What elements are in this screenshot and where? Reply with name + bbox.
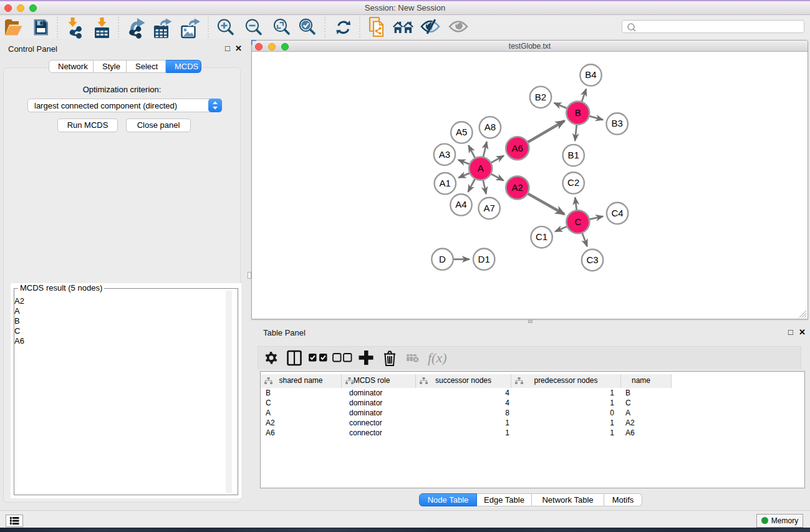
svg-text:A2: A2 xyxy=(512,182,523,193)
svg-text:A5: A5 xyxy=(456,127,467,137)
svg-text:C4: C4 xyxy=(612,208,624,218)
svg-text:D: D xyxy=(439,254,446,264)
svg-text:C3: C3 xyxy=(586,254,598,265)
svg-text:A4: A4 xyxy=(455,199,466,210)
svg-text:B: B xyxy=(575,107,581,118)
svg-text:B1: B1 xyxy=(568,150,579,160)
svg-text:C: C xyxy=(574,216,581,227)
svg-text:B2: B2 xyxy=(535,92,546,102)
svg-text:A8: A8 xyxy=(485,122,496,132)
svg-text:f(x): f(x) xyxy=(428,350,447,365)
svg-text:A1: A1 xyxy=(440,178,451,188)
svg-text:A: A xyxy=(478,163,484,173)
svg-text:A6: A6 xyxy=(512,143,523,153)
svg-text:A7: A7 xyxy=(483,203,494,213)
svg-text:C2: C2 xyxy=(567,177,579,188)
svg-text:C1: C1 xyxy=(536,231,547,242)
svg-text:B4: B4 xyxy=(585,69,596,80)
svg-text:D1: D1 xyxy=(478,254,490,264)
svg-text:A3: A3 xyxy=(439,149,450,160)
svg-text:B3: B3 xyxy=(612,118,623,128)
